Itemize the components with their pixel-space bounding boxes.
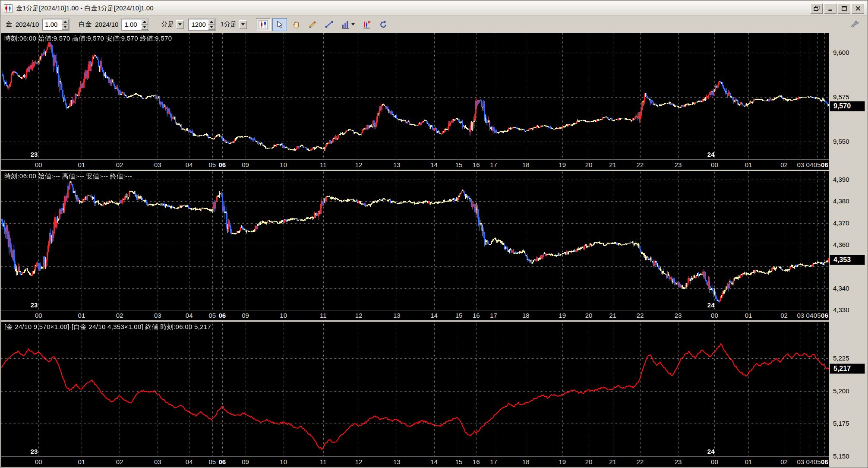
x-axis-hour-label: 00 [711, 458, 718, 465]
spin-down-button[interactable] [62, 25, 69, 30]
y-axis-label: 5,175 [833, 420, 849, 427]
spin-down-button[interactable] [141, 25, 148, 30]
platinum-candlestick-chart[interactable] [1, 171, 829, 310]
gold-ohlc-info: 時刻:06:00 始値:9,570 高値:9,570 安値:9,570 終値:9… [4, 35, 172, 43]
x-axis-hour-label: 00 [711, 161, 718, 168]
x-axis-hour-label: 09 [242, 161, 249, 168]
x-axis-hour-label: 05 [814, 458, 821, 465]
x-axis-hour-label: 12 [355, 312, 363, 319]
x-axis-hour-label: 18 [522, 312, 530, 319]
select-cursor-button[interactable] [272, 18, 287, 31]
gold-candlestick-chart[interactable] [1, 33, 829, 159]
close-button[interactable] [852, 3, 864, 14]
pan-hand-button[interactable] [289, 18, 303, 31]
spinner-arrows [62, 19, 69, 30]
minimize-button[interactable] [824, 3, 836, 14]
x-axis-hour-label: 00 [711, 312, 718, 319]
x-axis-hour-label: 18 [522, 458, 530, 465]
indicator-histogram-button[interactable] [338, 18, 358, 31]
x-axis-hour-label: 02 [780, 312, 788, 319]
settings-wrench-button[interactable] [848, 18, 862, 31]
x-axis-hour-label: 02 [780, 161, 788, 168]
x-axis-hour-label: 16 [473, 458, 480, 465]
x-axis-hour-label: 04 [186, 458, 193, 465]
x-axis-hour-label: 18 [522, 161, 530, 168]
x-axis-hour-label: 03 [154, 312, 161, 319]
bar-count-spinner[interactable]: 1200 [189, 19, 215, 30]
x-axis-hour-label: 02 [116, 312, 123, 319]
x-axis-hour-label: 11 [320, 312, 327, 319]
maximize-button[interactable] [838, 3, 850, 14]
application-window: 金1分足[2024/10]1.00 - 白金1分足[2024/10]1.00 [1, 1, 867, 467]
wrench-icon [850, 20, 860, 29]
y-axis-label: 5,150 [833, 452, 849, 460]
x-axis-hour-label: 01 [78, 458, 85, 465]
x-axis-hour-label: 06 [821, 161, 828, 168]
minimize-icon [827, 6, 833, 11]
chevron-down-icon [239, 20, 247, 29]
title-bar: 金1分足[2024/10]1.00 - 白金1分足[2024/10]1.00 [1, 1, 867, 16]
x-axis-hour-label: 02 [780, 458, 788, 465]
x-axis-hour-label: 15 [455, 312, 463, 319]
interval-dropdown[interactable]: 分足 [160, 19, 185, 30]
x-axis-hour-label: 12 [355, 161, 363, 168]
spin-up-button[interactable] [141, 19, 148, 25]
spinner-arrows [141, 19, 148, 30]
close-icon [855, 6, 861, 11]
spread-plot-area: [金 24/10 9,570×1.00]-[白金 24/10 4,353×1.0… [1, 322, 829, 456]
trendline-tool-button[interactable] [322, 18, 336, 31]
x-axis-hour-label: 03 [797, 458, 804, 465]
draw-pencil-button[interactable] [305, 18, 320, 31]
trendline-icon [324, 20, 334, 29]
chevron-down-icon [351, 23, 355, 25]
gold-plot-area: 時刻:06:00 始値:9,570 高値:9,570 安値:9,570 終値:9… [1, 33, 829, 159]
x-axis-hour-label: 23 [675, 161, 682, 168]
x-axis-hour-label: 01 [745, 312, 752, 319]
timeframe-dropdown-label: 1分足 [220, 20, 237, 28]
x-axis-hour-label: 00 [35, 458, 42, 465]
x-axis-hour-label: 16 [473, 312, 480, 319]
x-axis-hour-label: 00 [35, 161, 42, 168]
x-axis-hour-label: 06 [821, 312, 828, 319]
y-axis-label: 4,380 [833, 197, 849, 205]
platinum-x-axis: 0001020304050609101112131415161718192021… [1, 310, 829, 320]
platinum-multiplier-spinner[interactable]: 1.00 [122, 19, 148, 30]
candle-chart-mode-button[interactable] [256, 18, 271, 31]
x-axis-hour-label: 19 [559, 312, 566, 319]
x-axis-hour-label: 00 [35, 312, 42, 319]
hand-icon [291, 20, 301, 29]
x-axis-hour-label: 05 [208, 312, 216, 319]
compare-charts-button[interactable] [360, 18, 374, 31]
x-axis-hour-label: 20 [585, 458, 593, 465]
y-axis-label: 4,370 [833, 219, 849, 227]
platinum-multiplier-value: 1.00 [122, 19, 141, 30]
x-axis-hour-label: 17 [490, 161, 497, 168]
spin-down-button[interactable] [208, 25, 215, 30]
float-window-button[interactable] [810, 3, 823, 14]
x-axis-hour-label: 03 [154, 458, 161, 465]
x-axis-hour-label: 01 [745, 458, 752, 465]
timeframe-dropdown[interactable]: 1分足 [219, 19, 248, 30]
x-axis-hour-label: 06 [821, 458, 828, 465]
chart-tool-group [256, 18, 391, 31]
float-window-icon [814, 6, 820, 11]
refresh-button[interactable] [376, 18, 391, 31]
spread-line-chart[interactable] [1, 322, 829, 456]
gold-multiplier-spinner[interactable]: 1.00 [42, 19, 69, 30]
spin-up-button[interactable] [208, 19, 215, 25]
x-axis-hour-label: 04 [806, 312, 814, 319]
x-axis-hour-label: 10 [280, 312, 287, 319]
refresh-icon [379, 20, 388, 29]
x-axis-hour-label: 19 [559, 161, 566, 168]
x-axis-hour-label: 04 [806, 458, 814, 465]
x-axis-hour-label: 12 [355, 458, 363, 465]
chart-panel-spread: [金 24/10 9,570×1.00]-[白金 24/10 4,353×1.0… [1, 322, 867, 467]
spread-current-price-badge: 5,217 [830, 364, 865, 374]
y-axis-label: 9,550 [833, 138, 849, 145]
gold-x-axis: 0001020304050609101112131415161718192021… [1, 159, 829, 170]
spin-up-button[interactable] [62, 19, 69, 25]
x-axis-hour-label: 11 [320, 161, 327, 168]
x-axis-hour-label: 05 [814, 161, 821, 168]
x-axis-hour-label: 05 [208, 161, 216, 168]
x-axis-hour-label: 02 [116, 458, 123, 465]
